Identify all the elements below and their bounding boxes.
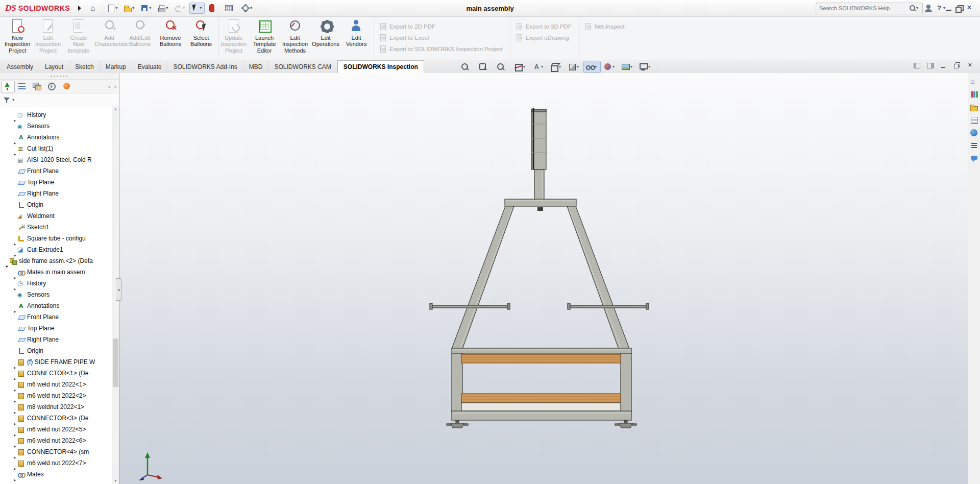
design-library-icon[interactable]: [969, 90, 979, 100]
tree-item[interactable]: CONNECTOR<1> (De: [0, 368, 112, 379]
dropdown-caret-icon[interactable]: [200, 6, 204, 11]
graphics-area[interactable]: [119, 73, 968, 484]
close-document-button[interactable]: [966, 61, 975, 69]
tree-item[interactable]: CONNECTOR<4> (sm: [0, 446, 112, 457]
dropdown-caret-icon[interactable]: [115, 6, 119, 11]
scrollbar-thumb[interactable]: [113, 338, 118, 387]
panel-collapse-handle[interactable]: ◂: [116, 278, 122, 301]
tree-item[interactable]: Cut list(1): [0, 143, 112, 154]
hide-show-items-icon[interactable]: [583, 61, 601, 73]
tree-item[interactable]: Mates: [0, 469, 112, 480]
dropdown-caret-icon[interactable]: [132, 6, 136, 11]
annotation-views-icon[interactable]: [530, 61, 547, 73]
dimxpertmanager-tab[interactable]: [45, 81, 59, 92]
tree-item[interactable]: m6 weld nut 2022<2>: [0, 390, 112, 401]
dropdown-caret-icon[interactable]: [595, 64, 599, 69]
edit-appearance-icon[interactable]: [601, 61, 619, 73]
dropdown-caret-icon[interactable]: [523, 64, 527, 69]
tree-item[interactable]: m6 weld nut 2022<1>: [0, 379, 112, 390]
appearances-scenes-icon[interactable]: [969, 128, 979, 138]
tree-item[interactable]: History: [0, 278, 112, 289]
tree-item[interactable]: Right Plane: [0, 188, 112, 199]
model-a-frame[interactable]: [452, 199, 629, 349]
help-search-box[interactable]: [816, 3, 923, 14]
tree-item[interactable]: History: [0, 109, 112, 120]
dropdown-caret-icon[interactable]: [648, 64, 652, 69]
tab-assembly[interactable]: Assembly: [1, 60, 39, 73]
display-style-icon[interactable]: [566, 61, 583, 73]
custom-properties-icon[interactable]: [969, 141, 979, 151]
zoom-to-area-icon[interactable]: [476, 61, 494, 73]
save-button[interactable]: [139, 3, 154, 14]
tree-item[interactable]: side frame assm.<2> (Defa: [0, 255, 112, 267]
tree-item[interactable]: Square tube - configu: [0, 233, 112, 244]
edit-vendors-button[interactable]: Edit Vendors: [341, 16, 372, 60]
file-properties-button[interactable]: [223, 3, 238, 14]
section-view-icon[interactable]: [512, 61, 529, 73]
select-balloons-button[interactable]: Select Balloons: [186, 16, 216, 60]
filter-icon[interactable]: [3, 96, 11, 104]
dropdown-caret-icon[interactable]: [183, 6, 187, 11]
remove-balloons-button[interactable]: Remove Balloons: [155, 16, 186, 60]
export-to-excel-button[interactable]: Export to Excel: [379, 34, 503, 41]
help-search-input[interactable]: [818, 5, 909, 12]
open-button[interactable]: [122, 3, 137, 14]
restore-document-button[interactable]: [952, 61, 962, 69]
tree-item[interactable]: Origin: [0, 199, 112, 210]
dock-pane-right-button[interactable]: [926, 61, 935, 69]
create-new-template-button[interactable]: Create New template: [63, 16, 94, 60]
update-inspection-project-button[interactable]: Update Inspection Project: [218, 16, 249, 60]
previous-view-icon[interactable]: [494, 61, 511, 73]
home-button[interactable]: [88, 3, 104, 14]
tab-markup[interactable]: Markup: [100, 60, 132, 73]
undo-button[interactable]: [173, 3, 188, 14]
net-inspect-button[interactable]: Net-Inspect: [584, 22, 625, 30]
new-document-button[interactable]: [105, 3, 120, 14]
model-side-arms[interactable]: [430, 303, 649, 309]
new-inspection-project-button[interactable]: New Inspection Project: [2, 16, 33, 60]
tree-item[interactable]: Sketch1: [0, 222, 112, 233]
view-settings-icon[interactable]: [637, 61, 654, 73]
model-leveling-feet[interactable]: [447, 420, 636, 428]
tab-mbd[interactable]: MBD: [243, 60, 269, 73]
export-to-sw-inspection-project-button[interactable]: Export to SOLIDWORKS Inspection Project: [379, 45, 503, 53]
edit-inspection-methods-button[interactable]: Edit Inspection Methods: [280, 16, 310, 60]
dropdown-caret-icon[interactable]: [630, 64, 634, 69]
tab-solidworks-add-ins[interactable]: SOLIDWORKS Add-Ins: [167, 60, 243, 73]
tree-item[interactable]: Origin: [0, 345, 112, 356]
tree-item[interactable]: Annotations: [0, 132, 112, 143]
panel-tabs-scroll-left-icon[interactable]: ‹: [107, 83, 112, 89]
dock-pane-left-button[interactable]: [913, 61, 922, 69]
dropdown-caret-icon[interactable]: [577, 64, 581, 69]
tree-item[interactable]: m6 weld nut 2022<7>: [0, 457, 112, 469]
cad-model[interactable]: [119, 73, 968, 484]
tree-item[interactable]: Right Plane: [0, 334, 112, 345]
export-to-3d-pdf-button[interactable]: Export to 3D PDF: [516, 22, 572, 30]
scrollbar-down-arrow-icon[interactable]: ▼: [112, 478, 119, 484]
solidworks-forum-icon[interactable]: [969, 154, 979, 163]
dropdown-caret-icon[interactable]: [149, 6, 153, 11]
tree-item[interactable]: Sensors: [0, 120, 112, 132]
search-dropdown-caret-icon[interactable]: [916, 6, 920, 11]
filter-dropdown-caret-icon[interactable]: [12, 98, 16, 103]
add-characteristic-button[interactable]: Add Characteristic: [94, 16, 125, 60]
tree-item[interactable]: Sensors: [0, 289, 112, 300]
options-button[interactable]: [240, 3, 255, 14]
tree-item[interactable]: CONNECTOR<3> (De: [0, 413, 112, 424]
dropdown-caret-icon[interactable]: [612, 64, 617, 69]
tab-layout[interactable]: Layout: [39, 60, 69, 73]
close-window-button[interactable]: [967, 4, 976, 13]
dropdown-caret-icon[interactable]: [250, 6, 254, 11]
tree-item[interactable]: AISI 1020 Steel, Cold R: [0, 154, 112, 165]
search-icon[interactable]: [909, 5, 916, 12]
export-to-2d-pdf-button[interactable]: Export to 2D PDF: [379, 22, 503, 30]
dropdown-caret-icon[interactable]: [541, 64, 545, 69]
propertymanager-tab[interactable]: [16, 81, 30, 92]
edit-operations-button[interactable]: Edit Operations: [310, 16, 341, 60]
tab-evaluate[interactable]: Evaluate: [132, 60, 168, 73]
tree-item[interactable]: Front Plane: [0, 311, 112, 323]
tree-item[interactable]: Top Plane: [0, 323, 112, 334]
featuremanager-tab[interactable]: [1, 81, 15, 92]
export-edrawing-button[interactable]: Export eDrawing: [516, 34, 572, 41]
rebuild-button[interactable]: [206, 3, 222, 14]
